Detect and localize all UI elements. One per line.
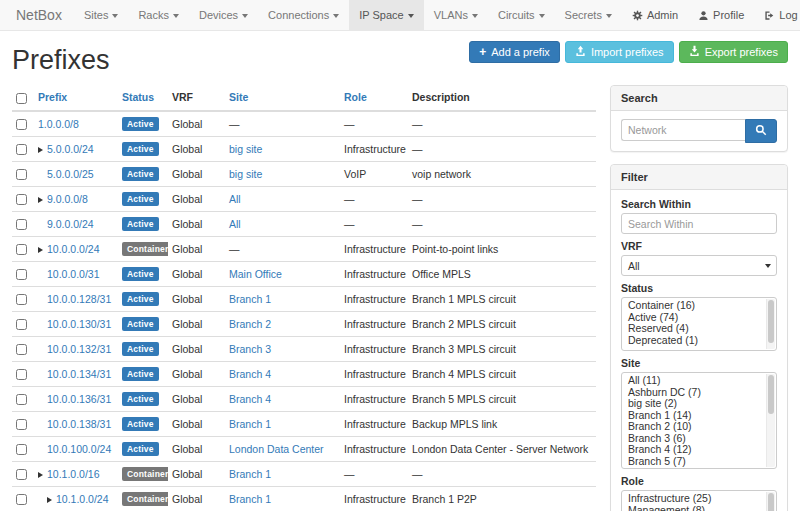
prefix-link[interactable]: 1.0.0.0/8 bbox=[38, 118, 79, 130]
prefix-link[interactable]: 10.0.0.132/31 bbox=[47, 343, 111, 355]
import-prefixes-button[interactable]: Import prefixes bbox=[565, 41, 674, 63]
prefix-link[interactable]: 10.0.0.128/31 bbox=[47, 293, 111, 305]
nav-item-racks[interactable]: Racks bbox=[128, 0, 189, 30]
site-link[interactable]: All bbox=[229, 193, 241, 205]
nav-item-vlans[interactable]: VLANs bbox=[424, 0, 488, 30]
export-prefixes-button[interactable]: Export prefixes bbox=[679, 41, 788, 63]
row-checkbox[interactable] bbox=[16, 169, 27, 180]
prefix-link[interactable]: 10.0.0.0/31 bbox=[47, 268, 100, 280]
add-prefix-button[interactable]: + Add a prefix bbox=[469, 41, 560, 63]
prefix-link[interactable]: 10.1.0.0/16 bbox=[47, 468, 100, 480]
nav-item-circuits[interactable]: Circuits bbox=[488, 0, 555, 30]
prefix-link[interactable]: 10.0.100.0/24 bbox=[47, 443, 111, 455]
site-link[interactable]: big site bbox=[229, 168, 262, 180]
vrf-select[interactable]: All bbox=[621, 255, 777, 276]
row-checkbox[interactable] bbox=[16, 144, 27, 155]
row-checkbox[interactable] bbox=[16, 344, 27, 355]
site-link[interactable]: London Data Center bbox=[229, 443, 324, 455]
listbox-option[interactable]: Branch 2 (10) bbox=[622, 421, 764, 433]
listbox-option[interactable]: Branch 3 (6) bbox=[622, 433, 764, 445]
site-link[interactable]: Branch 1 bbox=[229, 493, 271, 505]
column-header-prefix[interactable]: Prefix bbox=[34, 85, 118, 111]
prefix-link[interactable]: 10.0.0.130/31 bbox=[47, 318, 111, 330]
site-link[interactable]: Branch 4 bbox=[229, 368, 271, 380]
nav-item-logout[interactable]: Log out bbox=[754, 0, 800, 30]
column-header-role[interactable]: Role bbox=[340, 85, 408, 111]
search-panel-title: Search bbox=[611, 86, 787, 111]
row-checkbox[interactable] bbox=[16, 219, 27, 230]
prefix-link[interactable]: 9.0.0.0/8 bbox=[47, 193, 88, 205]
chevron-down-icon bbox=[765, 264, 771, 268]
table-row: 10.0.0.138/31ActiveGlobalBranch 1Infrast… bbox=[12, 411, 596, 436]
row-checkbox[interactable] bbox=[16, 119, 27, 130]
row-checkbox[interactable] bbox=[16, 244, 27, 255]
row-checkbox[interactable] bbox=[16, 319, 27, 330]
expand-arrow-icon bbox=[38, 197, 43, 203]
nav-item-admin[interactable]: Admin bbox=[622, 0, 688, 30]
column-header-status[interactable]: Status bbox=[118, 85, 168, 111]
row-checkbox[interactable] bbox=[16, 369, 27, 380]
vrf-select-value: All bbox=[628, 260, 640, 272]
site-link[interactable]: Branch 1 bbox=[229, 468, 271, 480]
prefix-link[interactable]: 5.0.0.0/25 bbox=[47, 168, 94, 180]
listbox-option[interactable]: Reserved (4) bbox=[622, 323, 764, 335]
scrollbar[interactable] bbox=[766, 492, 775, 511]
nav-item-ip-space[interactable]: IP Space bbox=[349, 0, 423, 30]
site-listbox[interactable]: All (11)Ashburn DC (7)big site (2)Branch… bbox=[621, 372, 777, 469]
prefix-link[interactable]: 10.0.0.134/31 bbox=[47, 368, 111, 380]
row-checkbox[interactable] bbox=[16, 269, 27, 280]
prefix-link[interactable]: 10.0.0.0/24 bbox=[47, 243, 100, 255]
logout-icon bbox=[764, 10, 775, 21]
row-checkbox[interactable] bbox=[16, 419, 27, 430]
row-checkbox[interactable] bbox=[16, 469, 27, 480]
row-checkbox[interactable] bbox=[16, 194, 27, 205]
site-link[interactable]: All bbox=[229, 218, 241, 230]
row-checkbox[interactable] bbox=[16, 294, 27, 305]
site-link[interactable]: Branch 1 bbox=[229, 418, 271, 430]
nav-item-profile[interactable]: Profile bbox=[688, 0, 754, 30]
listbox-option[interactable]: Branch 5 (7) bbox=[622, 456, 764, 468]
listbox-option[interactable]: Deprecated (1) bbox=[622, 335, 764, 347]
listbox-option[interactable]: Branch 4 (12) bbox=[622, 444, 764, 456]
prefix-link[interactable]: 9.0.0.0/24 bbox=[47, 218, 94, 230]
listbox-option[interactable]: Branch 1 (14) bbox=[622, 410, 764, 422]
listbox-option[interactable]: Active (74) bbox=[622, 312, 764, 324]
site-link[interactable]: Main Office bbox=[229, 268, 282, 280]
prefix-link[interactable]: 10.0.0.136/31 bbox=[47, 393, 111, 405]
listbox-option[interactable]: Container (16) bbox=[622, 300, 764, 312]
prefix-link[interactable]: 10.1.0.0/24 bbox=[56, 493, 109, 505]
listbox-option[interactable]: All (11) bbox=[622, 375, 764, 387]
row-checkbox[interactable] bbox=[16, 394, 27, 405]
listbox-option[interactable]: Ashburn DC (7) bbox=[622, 387, 764, 399]
select-all-checkbox[interactable] bbox=[16, 93, 27, 104]
site-link[interactable]: Branch 4 bbox=[229, 393, 271, 405]
nav-item-secrets[interactable]: Secrets bbox=[555, 0, 622, 30]
listbox-option[interactable]: Infrastructure (25) bbox=[622, 493, 764, 505]
nav-item-label: Admin bbox=[647, 0, 678, 30]
search-input[interactable] bbox=[621, 119, 745, 141]
prefix-link[interactable]: 10.0.0.138/31 bbox=[47, 418, 111, 430]
role-value: Infrastructure bbox=[340, 486, 408, 511]
scrollbar[interactable] bbox=[766, 299, 775, 349]
row-checkbox[interactable] bbox=[16, 444, 27, 455]
scrollbar[interactable] bbox=[766, 374, 775, 467]
column-header-site[interactable]: Site bbox=[225, 85, 340, 111]
listbox-option[interactable]: big site (2) bbox=[622, 398, 764, 410]
site-link[interactable]: Branch 1 bbox=[229, 293, 271, 305]
role-listbox[interactable]: Infrastructure (25)Management (8)Private… bbox=[621, 490, 777, 511]
nav-item-devices[interactable]: Devices bbox=[189, 0, 258, 30]
nav-item-connections[interactable]: Connections bbox=[258, 0, 349, 30]
search-button[interactable] bbox=[745, 119, 777, 143]
listbox-option[interactable]: Management (8) bbox=[622, 505, 764, 511]
site-link[interactable]: Branch 3 bbox=[229, 343, 271, 355]
nav-item-sites[interactable]: Sites bbox=[74, 0, 128, 30]
site-link[interactable]: big site bbox=[229, 143, 262, 155]
listbox-option[interactable]: COLO-1-24 (3) bbox=[622, 467, 764, 469]
prefix-link[interactable]: 5.0.0.0/24 bbox=[47, 143, 94, 155]
status-listbox[interactable]: Container (16)Active (74)Reserved (4)Dep… bbox=[621, 297, 777, 351]
brand-netbox[interactable]: NetBox bbox=[8, 0, 74, 30]
search-within-input[interactable] bbox=[621, 213, 777, 234]
row-checkbox[interactable] bbox=[16, 494, 27, 505]
site-link[interactable]: Branch 2 bbox=[229, 318, 271, 330]
vrf-value: Global bbox=[168, 111, 225, 137]
